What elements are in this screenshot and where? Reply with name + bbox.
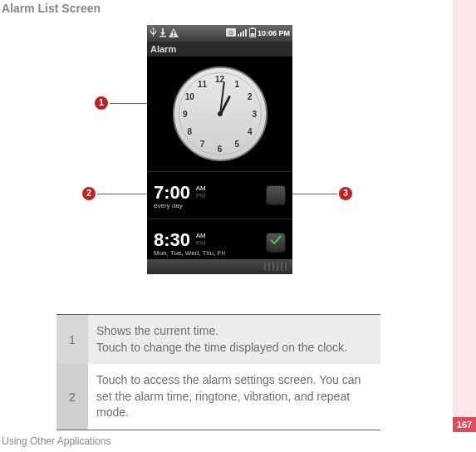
status-left-icons xyxy=(150,27,179,39)
alarm-time-1: 7:00 xyxy=(154,182,190,203)
app-title: Alarm xyxy=(147,42,292,56)
svg-text:G: G xyxy=(228,30,233,36)
svg-rect-7 xyxy=(243,31,244,37)
alarm-pm-2: PM xyxy=(196,239,206,247)
row-desc-2: Touch to access the alarm settings scree… xyxy=(88,364,380,430)
status-bar: G 10:06 PM xyxy=(147,25,292,42)
row-desc-1a: Shows the current time. xyxy=(96,324,218,337)
phone-frame: G 10:06 PM Alarm 12 1 2 3 4 5 6 7 8 9 10… xyxy=(147,25,292,274)
clock-tile[interactable]: 12 1 2 3 4 5 6 7 8 9 10 11 xyxy=(147,56,292,172)
clock-num-6: 6 xyxy=(218,144,223,153)
alarm-am-1: AM xyxy=(196,184,206,192)
warning-icon xyxy=(169,28,179,39)
clock-num-10: 10 xyxy=(185,92,194,101)
row-index-1: 1 xyxy=(56,315,88,364)
alarm-time-block: 7:00 AM PM every day xyxy=(154,182,206,209)
battery-icon xyxy=(249,27,256,39)
usb-icon xyxy=(150,27,157,39)
clock-center xyxy=(218,111,223,116)
alarm-time-2: 8:30 xyxy=(154,229,190,250)
callout-marker-2: 2 xyxy=(82,187,96,200)
callout-marker-3: 3 xyxy=(339,187,352,200)
svg-rect-1 xyxy=(173,31,174,34)
minute-hand xyxy=(219,81,225,115)
page-number-tab: 167 xyxy=(453,417,476,432)
leader-line-2 xyxy=(97,194,150,194)
menu-grip-icon xyxy=(264,263,287,271)
clock-num-7: 7 xyxy=(200,140,205,149)
row-desc-1b: Touch to change the time displayed on th… xyxy=(96,341,347,354)
alarm-row-1[interactable]: 7:00 AM PM every day xyxy=(147,172,292,219)
clock-num-12: 12 xyxy=(215,75,224,84)
table-row: 2 Touch to access the alarm settings scr… xyxy=(56,364,380,430)
row-index-2: 2 xyxy=(56,364,88,430)
clock-num-2: 2 xyxy=(248,92,253,101)
svg-rect-5 xyxy=(238,34,239,37)
clock-num-4: 4 xyxy=(248,126,253,135)
clock-num-8: 8 xyxy=(187,126,192,135)
alarm-repeat-2: Mon, Tue, Wed, Thu, Fri xyxy=(154,249,225,257)
clock-num-9: 9 xyxy=(183,110,188,119)
clock-num-1: 1 xyxy=(235,79,240,88)
alarm-toggle-1[interactable] xyxy=(266,185,286,205)
svg-rect-0 xyxy=(159,36,166,37)
data-icon: G xyxy=(226,28,236,38)
row-desc-1: Shows the current time. Touch to change … xyxy=(88,315,380,364)
svg-rect-2 xyxy=(173,35,174,36)
svg-rect-6 xyxy=(240,32,242,37)
alarm-am-2: AM xyxy=(196,232,206,239)
status-time: 10:06 PM xyxy=(258,29,290,37)
svg-rect-8 xyxy=(245,29,247,37)
callout-table: 1 Shows the current time. Touch to chang… xyxy=(56,314,380,430)
clock-num-5: 5 xyxy=(235,140,240,149)
soft-key-bar xyxy=(147,259,292,274)
side-stripe xyxy=(453,0,476,417)
hour-hand xyxy=(218,96,230,116)
download-icon xyxy=(159,27,167,39)
signal-icon xyxy=(238,28,248,38)
clock-num-11: 11 xyxy=(198,79,207,88)
alarm-toggle-2[interactable] xyxy=(266,233,286,253)
footer-text: Using Other Applications xyxy=(2,435,110,447)
callout-marker-1: 1 xyxy=(95,96,108,110)
alarm-pm-1: PM xyxy=(196,192,206,199)
table-row: 1 Shows the current time. Touch to chang… xyxy=(56,315,380,364)
analog-clock[interactable]: 12 1 2 3 4 5 6 7 8 9 10 11 xyxy=(173,66,267,161)
alarm-time-block: 8:30 AM PM Mon, Tue, Wed, Thu, Fri xyxy=(154,229,225,257)
page-heading: Alarm List Screen xyxy=(2,2,101,15)
clock-num-3: 3 xyxy=(253,110,258,119)
status-right-icons: G 10:06 PM xyxy=(226,27,290,39)
svg-rect-11 xyxy=(250,33,254,37)
